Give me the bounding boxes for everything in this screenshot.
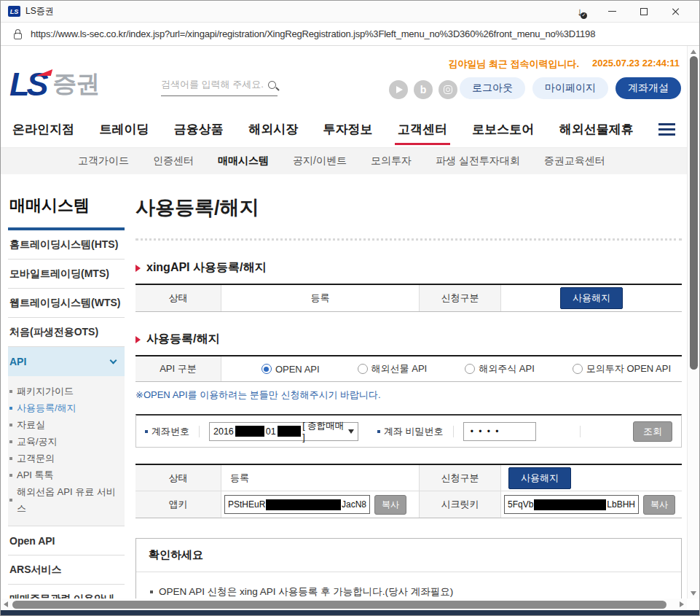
sidebar-subitem-package-guide[interactable]: 패키지가이드 [9,383,123,399]
bullet-icon [9,474,12,477]
sidebar-subitem-registration[interactable]: 사용등록/해지 [9,399,123,416]
api-type-label: API 구분 [135,356,221,381]
query-button[interactable]: 조회 [633,421,672,442]
subnav-item-education-center[interactable]: 증권교육센터 [544,155,605,168]
radio-icon[interactable] [358,364,368,374]
site-header: LS 증권 김야일님 최근 접속이력입니다. 2025.07.23 22:44:… [1,46,687,112]
secretkey-input[interactable]: 5FqVb LbBHH [504,495,639,514]
logo-suffix-text: 증권 [53,68,100,101]
account-open-button[interactable]: 계좌개설 [616,77,681,99]
appkey-input[interactable]: PStHEuR JacN8 [224,495,370,514]
vertical-scrollbar[interactable] [687,46,699,599]
divider [199,426,200,437]
subnav-item-derivatives-contest[interactable]: 파생 실전투자대회 [436,155,520,168]
app-logo-icon: LS [8,6,20,17]
download-icon[interactable]: ↓ ✓ [564,1,596,22]
horizontal-scrollbar-thumb[interactable] [12,601,666,609]
radio-icon[interactable] [261,364,272,374]
vertical-scrollbar-thumb[interactable] [690,56,698,370]
login-info: 김야일님 최근 접속이력입니다. 2025.07.23 22:44:11 [448,58,680,71]
clipped-content-strip [1,610,699,615]
url-text[interactable]: https://www.ls-sec.co.kr/index.jsp?url=/… [31,28,595,39]
nav-item-customer-center[interactable]: 고객센터 [398,112,447,148]
arrow-right-icon[interactable] [680,601,684,607]
logout-button[interactable]: 로그아웃 [460,77,525,99]
open-api-note: ※OPEN API를 이용하려는 분들만 신청해주시기 바랍니다. [135,389,682,402]
blog-icon[interactable]: b [414,80,433,99]
bullet-icon [9,440,12,443]
sidebar-item-open-api[interactable]: Open API [8,526,125,555]
horizontal-scrollbar[interactable] [1,599,687,610]
sidebar-item-hts[interactable]: 홈트레이딩시스템(HTS) [8,230,125,260]
sidebar-item-ots[interactable]: 처음(파생전용OTS) [8,318,125,347]
sidebar-subitem-customer-inquiry[interactable]: 고객문의 [9,450,123,467]
nav-item-robo-store[interactable]: 로보스토어 [472,112,534,148]
xing-section-title: xingAPI 사용등록/해지 [146,260,266,276]
table-row: 앱키 PStHEuR JacN8 복사 시크릿키 5FqVb [135,491,682,518]
radio-label: 해외주식 API [479,362,535,375]
appkey-copy-button[interactable]: 복사 [374,495,406,515]
page-title: 사용등록/해지 [135,193,682,238]
bullet-icon [9,457,12,460]
close-button[interactable] [660,1,692,22]
maximize-button[interactable] [628,1,660,22]
sidebar-subitem-education-notice[interactable]: 교육/공지 [9,433,123,450]
arrow-down-icon[interactable] [691,591,696,596]
hamburger-icon[interactable] [658,123,675,136]
sidebar-item-order-guide[interactable]: 매매주문관련 이용안내 [8,585,125,599]
notice-text: OPEN API 신청은 xing API 사용등록 후 가능합니다.(당사 계… [159,583,453,599]
nav-item-investment-info[interactable]: 투자정보 [323,112,373,148]
logo-red-arrow-icon [36,69,52,76]
sidebar-item-wts[interactable]: 웹트레이딩시스템(WTS) [8,289,125,318]
account-select[interactable]: 2016 01 [ 종합매매 ] [209,422,358,441]
secretkey-copy-button[interactable]: 복사 [643,495,675,515]
nav-item-online-branch[interactable]: 온라인지점 [12,112,74,148]
sidebar-item-ars[interactable]: ARS서비스 [8,555,125,585]
bullet-icon [9,424,12,426]
mypage-button[interactable]: 마이페이지 [532,77,608,99]
radio-mock-open-api[interactable]: 모의투자 OPEN API [573,362,671,375]
instagram-icon[interactable] [439,80,457,99]
nav-item-overseas-futures[interactable]: 해외선물제휴 [559,112,634,148]
subitem-label: 교육/공지 [17,433,58,450]
subnav-item-customer-guide[interactable]: 고객가이드 [78,155,129,168]
radio-icon[interactable] [465,364,475,374]
secretkey-label: 시크릿키 [420,491,501,518]
sidebar-subitem-data-room[interactable]: 자료실 [9,416,123,433]
nav-item-trading[interactable]: 트레이딩 [99,112,149,148]
youtube-icon[interactable] [389,80,408,99]
radio-icon[interactable] [573,364,583,374]
nav-item-overseas-market[interactable]: 해외시장 [248,112,298,148]
subnav-item-notice-event[interactable]: 공지/이벤트 [293,155,347,168]
nav-item-financial-products[interactable]: 금융상품 [174,112,224,148]
radio-overseas-futures-api[interactable]: 해외선물 API [358,362,428,375]
minimize-button[interactable] [596,1,628,22]
subnav-item-mock-investment[interactable]: 모의투자 [371,155,412,168]
search-icon[interactable] [268,81,276,89]
xing-section-header: xingAPI 사용등록/해지 [135,260,682,276]
search-placeholder[interactable]: 검색어를 입력해 주세요. [161,78,268,91]
radio-overseas-stock-api[interactable]: 해외주식 API [465,362,535,375]
account-password-input[interactable]: • • • • [463,422,536,441]
dotted-divider [135,238,682,241]
bullet-icon [9,390,12,393]
sidebar-subitem-overseas-paid-service[interactable]: 해외선옵 API 유료 서비스 [9,483,123,517]
radio-open-api[interactable]: OPEN API [261,364,320,375]
arrow-left-icon[interactable] [4,601,8,607]
lock-icon[interactable] [14,33,22,39]
sidebar: 매매시스템 홈트레이딩시스템(HTS) 모바일트레이딩(MTS) 웹트레이딩시스… [8,193,125,599]
sidebar-subitem-api-talk[interactable]: API 톡톡 [9,467,123,483]
account-mid: 01 [266,426,276,437]
search-input[interactable]: 검색어를 입력해 주세요. [161,78,278,96]
subnav-item-cert-center[interactable]: 인증센터 [153,155,194,168]
appkey-label: 앱키 [135,491,221,518]
bullet-icon [9,407,12,410]
ls-securities-logo[interactable]: LS 증권 [9,68,100,101]
cancel-use-button[interactable]: 사용해지 [508,467,571,489]
arrow-up-icon[interactable] [691,50,696,54]
xing-cancel-button[interactable]: 사용해지 [560,287,623,309]
subnav-item-trading-system[interactable]: 매매시스템 [218,155,269,168]
sidebar-item-api[interactable]: API [8,347,125,376]
browser-urlbar[interactable]: https://www.ls-sec.co.kr/index.jsp?url=/… [1,23,699,46]
sidebar-item-mts[interactable]: 모바일트레이딩(MTS) [8,260,125,289]
